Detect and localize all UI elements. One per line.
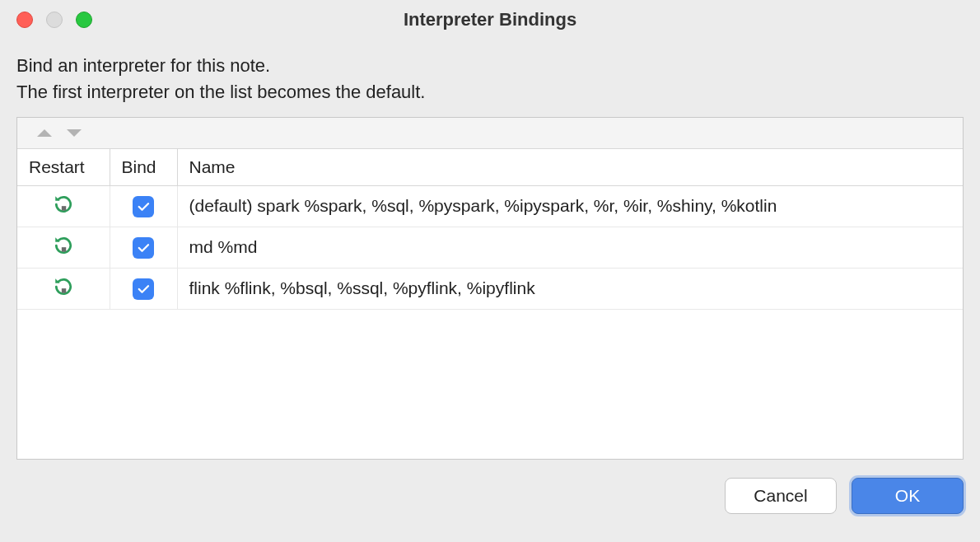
table-row[interactable]: (default) spark %spark, %sql, %pyspark, … xyxy=(17,185,963,227)
minimize-icon[interactable] xyxy=(46,12,63,28)
window-title: Interpreter Bindings xyxy=(0,9,980,30)
bind-cell xyxy=(110,227,177,268)
restart-cell xyxy=(17,268,110,309)
name-cell: (default) spark %spark, %sql, %pyspark, … xyxy=(177,185,963,227)
header-bind: Bind xyxy=(110,149,177,186)
instructions-line1: Bind an interpreter for this note. xyxy=(16,53,964,79)
bind-cell xyxy=(110,185,177,227)
table-row[interactable]: flink %flink, %bsql, %ssql, %pyflink, %i… xyxy=(17,268,963,309)
instructions-line2: The first interpreter on the list become… xyxy=(16,79,964,105)
name-cell: md %md xyxy=(177,227,963,268)
table-toolbar xyxy=(17,118,963,149)
maximize-icon[interactable] xyxy=(76,12,92,28)
dialog-buttons: Cancel OK xyxy=(0,460,980,532)
svg-rect-1 xyxy=(62,247,66,251)
header-restart: Restart xyxy=(17,149,110,186)
name-cell: flink %flink, %bsql, %ssql, %pyflink, %i… xyxy=(177,268,963,309)
dialog-content: Bind an interpreter for this note. The f… xyxy=(0,40,980,460)
bind-checkbox[interactable] xyxy=(133,237,154,259)
table-wrapper: Restart Bind Name (default) spark %spark… xyxy=(16,117,964,460)
move-up-icon[interactable] xyxy=(37,129,52,137)
restart-icon[interactable] xyxy=(53,194,74,215)
move-down-icon[interactable] xyxy=(67,129,82,137)
instructions-text: Bind an interpreter for this note. The f… xyxy=(16,53,964,105)
bind-checkbox[interactable] xyxy=(133,196,154,217)
restart-icon[interactable] xyxy=(53,276,74,297)
titlebar: Interpreter Bindings xyxy=(0,0,980,40)
svg-rect-2 xyxy=(62,288,66,292)
bind-cell xyxy=(110,268,177,309)
interpreters-table: Restart Bind Name (default) spark %spark… xyxy=(17,149,963,310)
cancel-button[interactable]: Cancel xyxy=(725,478,837,514)
svg-rect-0 xyxy=(62,206,66,210)
bind-checkbox[interactable] xyxy=(133,278,154,300)
table-row[interactable]: md %md xyxy=(17,227,963,268)
close-icon[interactable] xyxy=(16,12,33,28)
restart-icon[interactable] xyxy=(53,235,74,256)
table-header-row: Restart Bind Name xyxy=(17,149,963,186)
ok-button[interactable]: OK xyxy=(852,478,964,514)
header-name: Name xyxy=(177,149,963,186)
window-controls xyxy=(0,12,92,28)
restart-cell xyxy=(17,227,110,268)
restart-cell xyxy=(17,185,110,227)
